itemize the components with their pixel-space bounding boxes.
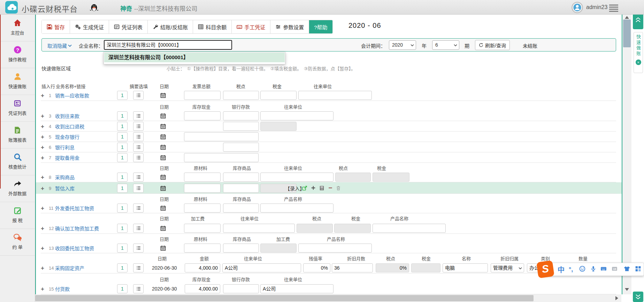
insert-row-icon[interactable]: + [41,286,44,292]
parameter-settings-button[interactable]: 参数设置 [270,20,309,33]
cell-input[interactable] [184,184,221,193]
summary-select-button[interactable] [133,153,144,162]
trash-icon[interactable] [336,185,341,191]
cell-input[interactable] [260,204,334,213]
skin15-icon[interactable]: 15 [611,266,618,273]
entry-count-box[interactable]: 1 [117,263,128,272]
collapse-down-button[interactable] [633,292,643,302]
cell-input[interactable] [184,111,221,120]
cell-input[interactable] [260,173,334,182]
insert-row-icon[interactable]: + [41,144,44,150]
username[interactable]: admin23 [586,4,607,10]
vertical-scrollbar[interactable] [622,15,631,294]
date-value[interactable]: 2020-06-30 [152,286,177,292]
scroll-right-arrow[interactable] [615,296,618,300]
cell-input[interactable] [184,132,259,141]
insert-row-icon[interactable]: + [41,185,44,191]
sogou-logo-icon[interactable]: S [536,260,554,278]
menu-icon[interactable] [609,5,618,10]
entry-count-box[interactable]: 1 [117,184,128,193]
grid-icon[interactable] [635,266,641,273]
business-link[interactable]: 销售—应收账款 [55,92,89,99]
entry-count-box[interactable]: 1 [117,204,128,213]
summary-select-button[interactable] [133,184,144,193]
date-picker[interactable] [160,225,166,231]
date-picker[interactable] [160,185,166,191]
summary-select-button[interactable] [133,284,144,293]
entry-count-box[interactable]: 1 [117,111,128,120]
date-picker[interactable] [160,155,166,160]
minus-icon[interactable] [328,185,333,191]
insert-row-icon[interactable]: + [41,155,44,161]
sidebar-item-dashboard[interactable]: 主控台 [0,15,35,41]
cell-input[interactable]: 电脑 [443,263,488,272]
summary-select-button[interactable] [133,224,144,233]
summary-select-button[interactable] [133,132,144,141]
entry-count-box[interactable]: 1 [117,91,128,100]
insert-row-icon[interactable]: + [41,124,44,129]
chinese-mode-icon[interactable]: 中 [558,264,565,275]
business-link[interactable]: 现金存银行 [55,133,79,140]
cell-input[interactable]: 4,000.00 [185,263,220,272]
business-link[interactable]: 收回委托加工物资 [55,245,94,252]
cell-input[interactable] [184,173,221,182]
entry-count-box[interactable]: 1 [117,122,128,131]
month-select[interactable]: 6 [432,40,459,50]
toggle-hide-link[interactable]: 取消隐藏 [47,42,72,49]
horizontal-scrollbar[interactable] [35,294,621,302]
cell-input[interactable] [223,284,259,293]
quick-account-side-tab[interactable]: 快速做账 × [634,32,643,73]
company-input[interactable]: 深圳兰芝科技有限公司【000001】 [104,40,232,50]
business-link[interactable]: 提取备用金 [55,154,79,161]
insert-row-icon[interactable]: + [41,265,44,271]
business-link[interactable]: 采购固定资产 [55,264,84,271]
date-picker[interactable] [160,174,166,180]
summary-select-button[interactable] [133,244,144,253]
summary-select-button[interactable] [133,263,144,272]
punctuation-icon[interactable]: °, [569,266,573,273]
cell-input[interactable] [184,153,259,162]
cell-input[interactable]: 0% [303,263,330,272]
insert-row-icon[interactable]: + [41,174,44,180]
plus-icon[interactable] [311,185,316,191]
close-icon[interactable]: × [636,59,641,65]
business-link[interactable]: 银行利息 [55,144,75,151]
business-link[interactable]: 采购商品 [55,174,75,181]
summary-select-button[interactable] [133,173,144,182]
insert-row-icon[interactable]: + [41,205,44,211]
cell-input[interactable] [184,91,221,100]
save-draft-button[interactable]: 暂存 [42,20,70,33]
help-button[interactable]: ?帮助 [309,20,332,33]
manual-voucher-button[interactable]: 手工凭证 [232,20,270,33]
business-link[interactable]: 付货款 [55,285,70,292]
cell-input[interactable] [184,244,221,253]
account-balance-button[interactable]: 科目余额 [193,20,232,33]
summary-select-button[interactable] [133,111,144,120]
cell-input[interactable] [223,244,259,253]
qq-penguin-icon[interactable] [90,3,98,13]
insert-row-icon[interactable]: + [41,134,44,140]
scroll-down-arrow[interactable] [625,288,629,291]
cell-input[interactable] [298,244,372,253]
date-picker[interactable] [160,93,166,98]
cell-input[interactable] [223,91,259,100]
cell-input[interactable] [223,173,259,182]
company-suggest-item[interactable]: 深圳兰芝科技有限公司【000001】 [104,53,285,62]
business-link[interactable]: 收到出口退税 [55,123,84,130]
cell-input[interactable] [223,111,259,120]
insert-row-icon[interactable]: + [41,245,44,251]
export-icon[interactable] [302,185,307,191]
year-select[interactable]: 2020 [389,40,416,50]
date-picker[interactable] [160,205,166,211]
date-picker[interactable] [160,113,166,119]
sidebar-item-tutorial[interactable]: ? 操作教程 [0,41,35,68]
entry-count-box[interactable]: 1 [117,173,128,182]
entry-count-box[interactable]: 1 [117,244,128,253]
avatar[interactable] [572,2,583,14]
entry-count-box[interactable]: 1 [117,224,128,233]
entry-count-box[interactable]: 1 [117,143,128,152]
entry-count-box[interactable]: 1 [117,153,128,162]
cell-input[interactable]: A公司 [260,284,334,293]
refresh-query-button[interactable]: 刷新/查询 [475,40,510,50]
summary-select-button[interactable] [133,204,144,213]
